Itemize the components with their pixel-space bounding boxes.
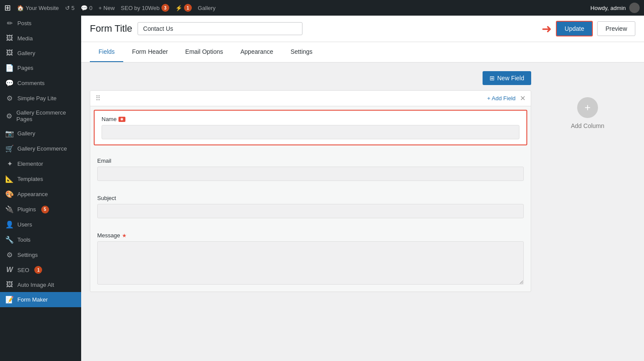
comments-count: 0	[89, 5, 92, 11]
templates-icon: 📐	[5, 175, 14, 183]
sidebar-item-label: SEO	[17, 267, 29, 273]
gallery2-icon: 📷	[5, 129, 14, 138]
sidebar-item-posts[interactable]: ✏ Posts	[0, 16, 81, 31]
plugins-icon: 🔌	[5, 205, 14, 213]
sidebar-item-gallery[interactable]: 🖼 Gallery	[0, 46, 81, 60]
tab-form-header[interactable]: Form Header	[123, 42, 176, 62]
sidebar-item-auto-image-alt[interactable]: 🖼 Auto Image Alt	[0, 277, 81, 292]
form-title-input[interactable]	[138, 22, 302, 35]
howdy-text: Howdy, admin	[591, 5, 626, 11]
form-column: ⊞ New Field ⠿ + Add Field ✕ Name	[90, 71, 531, 352]
close-field-icon[interactable]: ✕	[520, 94, 526, 102]
field-block: ⠿ + Add Field ✕ Name ✱ Email	[90, 90, 531, 292]
side-column: + Add Column	[540, 71, 635, 352]
form-title-actions: ➜ Update Preview	[542, 21, 635, 36]
sidebar-item-elementor[interactable]: ✦ Elementor	[0, 156, 81, 171]
field-row-message: Message ★	[90, 223, 531, 292]
sidebar-item-templates[interactable]: 📐 Templates	[0, 171, 81, 187]
updates-icon: ↺	[65, 5, 70, 11]
tab-appearance[interactable]: Appearance	[232, 42, 282, 62]
sidebar-item-gallery-ecommerce[interactable]: 🛒 Gallery Ecommerce	[0, 141, 81, 156]
comments-nav-icon: 💬	[5, 79, 14, 87]
new-content-link[interactable]: + New	[99, 5, 115, 11]
field-label-name: Name ✱	[102, 116, 519, 122]
plugin-badge: 1	[184, 4, 192, 12]
sidebar-item-gallery2[interactable]: 📷 Gallery	[0, 126, 81, 141]
grid-icon: ⊞	[490, 75, 495, 82]
sidebar-item-label: Gallery	[17, 50, 35, 56]
sidebar-item-media[interactable]: 🖼 Media	[0, 31, 81, 46]
sidebar-item-label: Media	[17, 35, 33, 42]
sidebar-item-tools[interactable]: 🔧 Tools	[0, 232, 81, 247]
sidebar-item-plugins[interactable]: 🔌 Plugins 5	[0, 202, 81, 217]
sidebar-item-settings[interactable]: ⚙ Settings	[0, 247, 81, 263]
comments-icon: 💬	[81, 5, 88, 11]
sidebar-item-label: Templates	[17, 176, 43, 182]
sidebar: ✏ Posts 🖼 Media 🖼 Gallery 📄 Pages 💬 Comm…	[0, 16, 81, 361]
sidebar-item-label: Gallery Ecommerce	[17, 145, 67, 152]
sidebar-item-pages[interactable]: 📄 Pages	[0, 60, 81, 75]
new-label: + New	[99, 5, 115, 11]
plugin-icon: ⚡	[175, 5, 182, 11]
site-name: Your Website	[26, 5, 59, 11]
drag-handle-icon[interactable]: ⠿	[95, 94, 101, 102]
field-row-subject: Subject	[90, 186, 531, 223]
new-field-label: New Field	[497, 75, 524, 82]
field-input-email[interactable]	[97, 167, 524, 181]
field-label-subject: Subject	[97, 195, 524, 201]
tab-email-options[interactable]: Email Options	[177, 42, 232, 62]
posts-icon: ✏	[5, 19, 14, 27]
new-field-button[interactable]: ⊞ New Field	[483, 71, 531, 85]
sidebar-item-users[interactable]: 👤 Users	[0, 217, 81, 232]
seo-label: SEO by 10Web	[121, 5, 159, 11]
comments-link[interactable]: 💬 0	[81, 5, 92, 11]
seo-badge: 3	[161, 4, 169, 12]
sidebar-item-gallery-ecommerce-pages[interactable]: ⚙ Gallery Ecommerce Pages	[0, 106, 81, 126]
elementor-icon: ✦	[5, 160, 14, 168]
sidebar-item-seo[interactable]: W SEO 1	[0, 263, 81, 277]
sidebar-item-label: Users	[17, 221, 32, 228]
sidebar-item-label: Pages	[17, 65, 33, 71]
sidebar-item-label: Auto Image Alt	[17, 282, 54, 288]
sidebar-item-label: Form Maker	[17, 296, 48, 303]
sidebar-item-label: Appearance	[17, 191, 48, 197]
new-field-bar: ⊞ New Field	[90, 71, 531, 85]
field-input-subject[interactable]	[97, 204, 524, 218]
field-input-name[interactable]	[102, 125, 519, 139]
form-title-bar: Form Title ➜ Update Preview	[81, 16, 644, 42]
sidebar-item-appearance[interactable]: 🎨 Appearance	[0, 187, 81, 202]
auto-image-alt-icon: 🖼	[5, 281, 14, 289]
seo-nav-badge: 1	[34, 266, 42, 274]
gallery-label: Gallery	[198, 5, 216, 11]
site-name-link[interactable]: 🏠 Your Website	[17, 5, 59, 11]
gallery-link[interactable]: Gallery	[198, 5, 216, 11]
field-row-name: Name ✱	[94, 110, 527, 145]
plugins-badge: 5	[41, 206, 49, 213]
avatar	[629, 3, 640, 13]
sidebar-item-label: Elementor	[17, 161, 43, 167]
sidebar-item-label: Gallery Ecommerce Pages	[16, 109, 76, 122]
preview-button[interactable]: Preview	[597, 21, 635, 36]
field-label-email: Email	[97, 158, 524, 164]
home-icon: 🏠	[17, 5, 24, 11]
sidebar-item-simple-pay-lite[interactable]: ⚙ Simple Pay Lite	[0, 91, 81, 106]
seo-link[interactable]: SEO by 10Web 3	[121, 4, 169, 12]
update-button[interactable]: Update	[556, 21, 593, 36]
settings-icon: ⚙	[5, 251, 14, 259]
sidebar-item-label: Gallery	[17, 130, 35, 137]
sidebar-item-label: Tools	[17, 236, 30, 243]
gallery-ecommerce-icon: 🛒	[5, 144, 14, 153]
content-area: Form Title ➜ Update Preview Fields Form …	[81, 16, 644, 361]
plugin-link[interactable]: ⚡ 1	[175, 4, 192, 12]
tools-icon: 🔧	[5, 236, 14, 244]
tab-fields[interactable]: Fields	[90, 42, 123, 62]
field-textarea-message[interactable]	[97, 241, 524, 285]
add-field-link[interactable]: + Add Field	[487, 95, 516, 102]
add-column-button[interactable]: +	[577, 97, 598, 118]
appearance-icon: 🎨	[5, 190, 14, 198]
tab-settings[interactable]: Settings	[282, 42, 322, 62]
sidebar-item-comments[interactable]: 💬 Comments	[0, 75, 81, 91]
sidebar-item-form-maker[interactable]: 📝 Form Maker	[0, 292, 81, 307]
media-icon: 🖼	[5, 34, 14, 42]
updates-link[interactable]: ↺ 5	[65, 5, 75, 11]
